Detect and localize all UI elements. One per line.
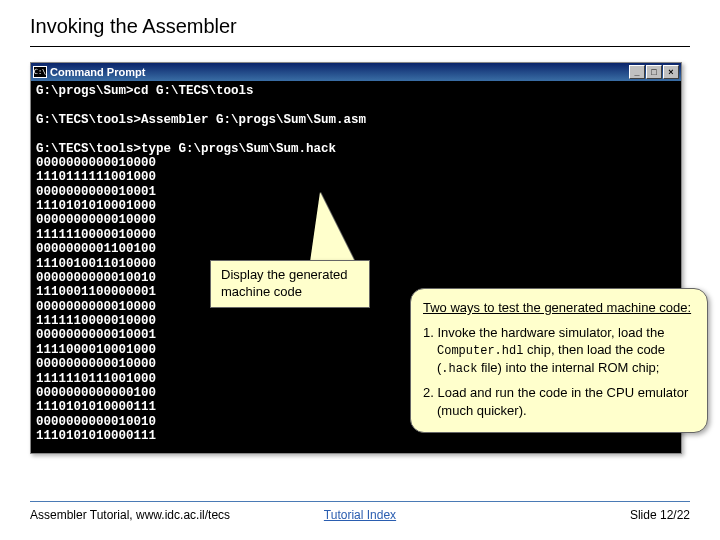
code: .hack [441,362,477,376]
maximize-button[interactable]: □ [646,65,662,79]
callout-heading: Two ways to test the generated machine c… [423,299,695,317]
term-line: 0000000000010000 [36,357,156,371]
text: 1. Invoke the hardware simulator, load t… [423,325,664,340]
callout-display-code: Display the generated machine code [210,260,370,308]
term-line: G:\TECS\tools>Assembler G:\progs\Sum\Sum… [36,113,366,127]
callout-item-1: 1. Invoke the hardware simulator, load t… [423,324,695,378]
cmd-icon: C:\ [33,66,47,78]
text: file) into the internal ROM chip; [477,360,659,375]
title-underline [30,46,690,47]
footer-mid: Tutorial Index [30,508,690,522]
term-line: 0000000000010001 [36,328,156,342]
term-line: 0000000000010000 [36,156,156,170]
tutorial-index-link[interactable]: Tutorial Index [324,508,396,522]
code: Computer.hdl [437,344,523,358]
term-line: 0000000001100100 [36,242,156,256]
term-line: 1111000010001000 [36,343,156,357]
term-line: 1110001100000001 [36,285,156,299]
term-line: G:\progs\Sum>cd G:\TECS\tools [36,84,254,98]
term-line: 0000000000010000 [36,213,156,227]
term-line: 0000000000010001 [36,185,156,199]
window-controls: _ □ × [629,65,679,79]
minimize-button[interactable]: _ [629,65,645,79]
term-line: 1110101010000111 [36,429,156,443]
term-line: 0000000000010010 [36,271,156,285]
term-line: 1111110111001000 [36,372,156,386]
terminal-area: C:\ Command Prompt _ □ × G:\progs\Sum>cd… [30,62,682,454]
callout-text: Display the generated machine code [221,267,347,299]
close-button[interactable]: × [663,65,679,79]
window-titlebar: C:\ Command Prompt _ □ × [31,63,681,81]
window-title: Command Prompt [50,66,145,78]
term-line: 1110010011010000 [36,257,156,271]
slide-footer: Assembler Tutorial, www.idc.ac.il/tecs T… [30,501,690,522]
term-line: 0000000000010000 [36,300,156,314]
term-line: G:\TECS\tools>type G:\progs\Sum\Sum.hack [36,142,336,156]
term-line: 0000000000000100 [36,386,156,400]
term-line: 1111110000010000 [36,228,156,242]
term-line: 1110101010001000 [36,199,156,213]
term-line: 1111110000010000 [36,314,156,328]
term-line: 1110101010000111 [36,400,156,414]
callout-item-2: 2. Load and run the code in the CPU emul… [423,384,695,419]
slide-title: Invoking the Assembler [30,15,690,38]
term-line: 1110111111001000 [36,170,156,184]
callout-test-ways: Two ways to test the generated machine c… [410,288,708,433]
term-line: 0000000000010010 [36,415,156,429]
